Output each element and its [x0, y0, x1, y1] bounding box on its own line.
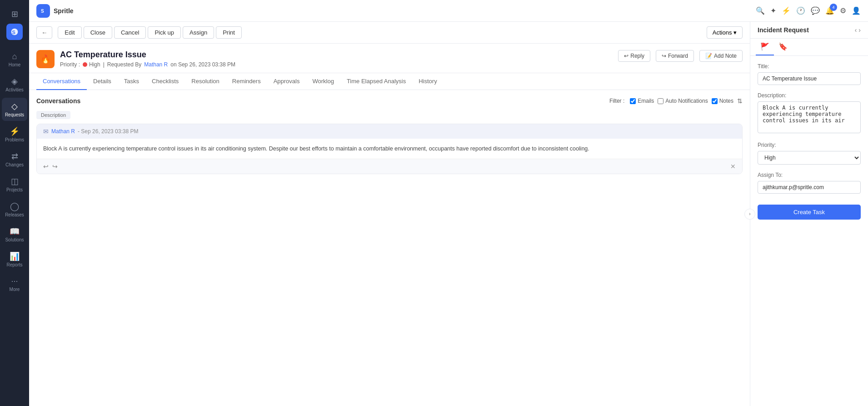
solutions-icon: 📖 [10, 226, 20, 236]
panel-next-button[interactable]: › [858, 26, 861, 34]
request-detail: ← Edit Close Cancel Pick up Assign Print… [29, 22, 750, 406]
message-author[interactable]: Mathan R [51, 128, 75, 135]
bell-icon[interactable]: 🔔 4 [825, 6, 834, 15]
tab-history[interactable]: History [412, 73, 443, 90]
cancel-button[interactable]: Cancel [114, 26, 146, 39]
message-text: Block A is currently experiencing temper… [43, 145, 589, 152]
clock-icon[interactable]: 🕐 [796, 6, 805, 15]
assign-to-field-label: Assign To: [758, 172, 861, 178]
description-tag: Description [36, 111, 70, 119]
tab-details[interactable]: Details [87, 73, 118, 90]
panel-title: Incident Request [758, 26, 809, 34]
gear-icon[interactable]: ⚙ [840, 6, 846, 15]
filter-notes-checkbox[interactable] [712, 98, 718, 104]
sort-icon[interactable]: ⇅ [737, 97, 743, 105]
grid-icon[interactable]: ⊞ [7, 5, 23, 24]
sidebar-item-requests[interactable]: ◇ Requests [2, 98, 27, 121]
edit-button[interactable]: Edit [58, 26, 81, 39]
title-field-input[interactable] [758, 72, 861, 85]
sidebar-item-label: Reports [6, 262, 22, 267]
create-task-button[interactable]: Create Task [758, 205, 861, 220]
forward-button[interactable]: ↪ Forward [656, 50, 694, 62]
assign-to-field-input[interactable] [758, 181, 861, 194]
forward-footer-icon[interactable]: ↪ [52, 163, 58, 170]
sidebar-item-label: Problems [5, 137, 24, 142]
panel-prev-button[interactable]: ‹ [855, 26, 857, 34]
tab-conversations[interactable]: Conversations [36, 73, 87, 90]
back-button[interactable]: ← [36, 26, 52, 39]
conversations-title: Conversations [36, 97, 80, 105]
tab-reminders[interactable]: Reminders [226, 73, 267, 90]
pickup-button[interactable]: Pick up [148, 26, 181, 39]
message-body: Block A is currently experiencing temper… [37, 139, 742, 159]
app-logo[interactable]: S [6, 24, 23, 40]
projects-icon: ◫ [11, 176, 19, 186]
filter-auto-checkbox[interactable] [658, 98, 663, 104]
sidebar-item-reports[interactable]: 📊 Reports [2, 248, 27, 271]
panel-tab-bookmark[interactable]: 🔖 [774, 39, 792, 55]
filter-auto[interactable]: Auto Notifications [658, 98, 708, 104]
tabs: Conversations Details Tasks Checklists R… [29, 73, 750, 90]
close-message-icon[interactable]: ✕ [730, 163, 736, 170]
filter-emails-checkbox[interactable] [630, 98, 636, 104]
panel-tab-flag[interactable]: 🚩 [756, 39, 774, 55]
field-description: Description: Block A is currently experi… [758, 92, 861, 135]
priority-field-select[interactable]: Low Medium High Critical [758, 151, 861, 165]
sidebar-item-problems[interactable]: ⚡ Problems [2, 123, 27, 146]
tab-worklog[interactable]: Worklog [306, 73, 340, 90]
requested-on: on Sep 26, 2023 03:38 PM [170, 61, 235, 68]
requests-icon: ◇ [11, 101, 18, 111]
description-field-textarea[interactable]: Block A is currently experiencing temper… [758, 101, 861, 133]
sidebar: ⊞ S ⌂ Home ◈ Activities ◇ Requests ⚡ Pro… [0, 0, 29, 406]
changes-icon: ⇄ [11, 151, 18, 161]
filter-notes[interactable]: Notes [712, 98, 733, 104]
sidebar-item-projects[interactable]: ◫ Projects [2, 173, 27, 196]
close-button[interactable]: Close [84, 26, 112, 39]
sidebar-item-releases[interactable]: ◯ Releases [2, 198, 27, 221]
lightning-icon[interactable]: ⚡ [782, 6, 791, 15]
filter-row: Filter : Emails Auto Notifications Notes [609, 97, 743, 105]
filter-emails[interactable]: Emails [630, 98, 654, 104]
message-card: ✉ Mathan R - Sep 26, 2023 03:38 PM Block… [36, 124, 743, 174]
svg-text:S: S [41, 8, 44, 13]
reply-button[interactable]: ↩ Reply [618, 50, 650, 62]
reports-icon: 📊 [10, 251, 20, 261]
panel-body: Title: Description: Block A is currently… [750, 56, 868, 406]
print-button[interactable]: Print [216, 26, 242, 39]
add-note-label: Add Note [714, 53, 737, 59]
search-icon[interactable]: 🔍 [756, 6, 765, 15]
issue-header: 🔥 AC Temperature Issue Priority : High |… [29, 44, 750, 73]
tab-time-elapsed[interactable]: Time Elapsed Analysis [340, 73, 412, 90]
requested-by-label: | [103, 61, 105, 68]
reply-footer-icon[interactable]: ↩ [43, 163, 49, 170]
assign-button[interactable]: Assign [183, 26, 214, 39]
sidebar-item-solutions[interactable]: 📖 Solutions [2, 223, 27, 246]
forward-label: Forward [668, 53, 688, 59]
actions-button[interactable]: Actions ▾ [707, 26, 743, 39]
panel-tabs: 🚩 🔖 [750, 39, 868, 56]
tab-checklists[interactable]: Checklists [145, 73, 185, 90]
tab-approvals[interactable]: Approvals [267, 73, 306, 90]
requester-link[interactable]: Mathan R [144, 61, 168, 68]
forward-icon: ↪ [662, 53, 666, 59]
sidebar-item-activities[interactable]: ◈ Activities [2, 73, 27, 96]
sidebar-item-changes[interactable]: ⇄ Changes [2, 148, 27, 171]
brand-logo[interactable]: S [36, 4, 50, 18]
content-area: ← Edit Close Cancel Pick up Assign Print… [29, 22, 868, 406]
user-icon[interactable]: 👤 [852, 6, 861, 15]
chat-icon[interactable]: 💬 [811, 6, 820, 15]
filter-auto-label: Auto Notifications [665, 98, 708, 104]
bookmark-icon: 🔖 [778, 43, 788, 50]
sidebar-item-home[interactable]: ⌂ Home [2, 48, 27, 71]
panel-toggle[interactable]: › [744, 209, 755, 220]
issue-meta: Priority : High | Requested By Mathan R … [60, 61, 235, 68]
compass-icon[interactable]: ✦ [770, 6, 776, 15]
activities-icon: ◈ [11, 76, 18, 86]
sidebar-item-label: Changes [5, 162, 24, 167]
sidebar-item-more[interactable]: ··· More [2, 273, 27, 296]
main-area: S Spritle 🔍 ✦ ⚡ 🕐 💬 🔔 4 ⚙ 👤 ← Edit [29, 0, 868, 406]
add-note-button[interactable]: 📝 Add Note [699, 50, 743, 62]
tab-tasks[interactable]: Tasks [118, 73, 145, 90]
title-field-label: Title: [758, 63, 861, 70]
tab-resolution[interactable]: Resolution [185, 73, 225, 90]
